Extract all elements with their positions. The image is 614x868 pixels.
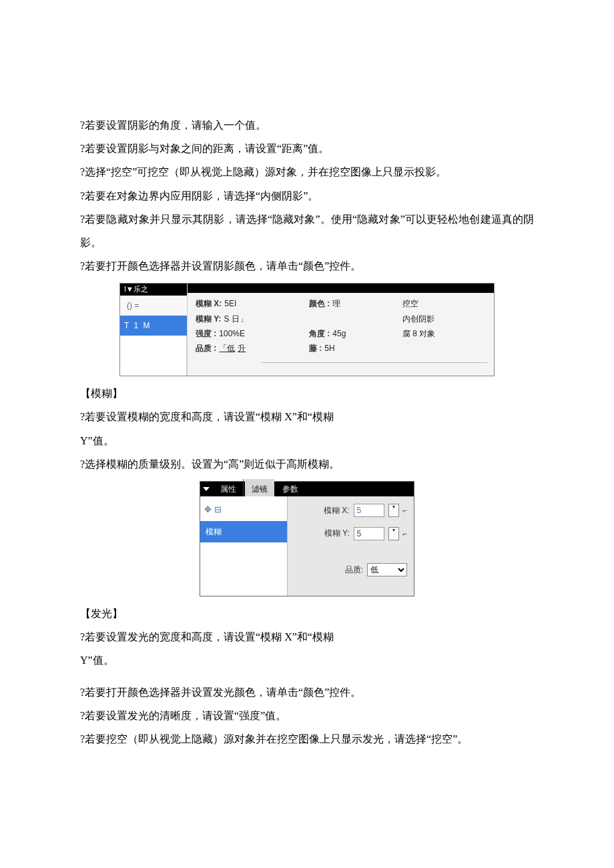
shadow-filter-panel: I▼乐之 () = T 1 M 模糊 X: 5EI (119, 283, 495, 376)
panel-tabs: 属性 滤镜 参数 (200, 482, 414, 496)
quality-field-shadow[interactable]: 品质 : 「低 升 (196, 342, 289, 355)
para-color-picker: ?若要打开颜色选择器并设置阴影颜色，请单击“颜色”控件。 (80, 254, 534, 278)
hide-object-checkbox-label[interactable]: 腐 8 对象 (402, 327, 463, 340)
blur-y-stepper[interactable]: ▾ (388, 527, 399, 540)
collapse-triangle-icon[interactable] (203, 487, 210, 491)
para-glow-strength: ?若要设置发光的清晰度，请设置“强度”值。 (80, 704, 534, 727)
filter-list-item-blur[interactable]: 模糊 (200, 521, 287, 542)
color-field[interactable]: 颜色 : 理 (309, 297, 382, 310)
blur-x-stepper[interactable]: ▾ (388, 504, 399, 517)
para-distance: ?若要设置阴影与对象之间的距离，请设置“距离”值。 (80, 137, 534, 160)
blur-y-input[interactable] (354, 527, 384, 540)
link-xy-icon[interactable]: ⌐ (403, 502, 407, 518)
angle-field[interactable]: 角度 : 45g (309, 327, 382, 340)
shadow-panel-selected[interactable]: T 1 M (120, 316, 187, 336)
blur-x-input-row: 模糊 X: ▾ ⌐ (294, 502, 407, 519)
quality-label: 品质: (345, 561, 363, 578)
quality-row: 品质: 低 (294, 561, 407, 578)
blur-x-label: 模糊 X: (324, 502, 350, 519)
para-hide-object: ?若要隐藏对象并只显示其阴影，请选择“隐藏对象”。使用“隐藏对象”可以更轻松地创… (80, 207, 534, 254)
para-glow-color: ?若要打开颜色选择器并设置发光颜色，请单击“颜色”控件。 (80, 681, 534, 704)
add-remove-filter-icon[interactable]: ✥ ⊟ (200, 499, 287, 521)
shadow-panel-header: I▼乐之 (120, 284, 187, 295)
blur-x-input[interactable] (354, 504, 384, 517)
para-blur-xy-cont: Y”值。 (80, 429, 534, 452)
shadow-panel-sidebar: I▼乐之 () = T 1 M (120, 284, 188, 376)
para-blur-quality: ?选择模糊的质量级别。设置为“高”则近似于高斯模糊。 (80, 452, 534, 476)
distance-field[interactable]: 藤 : 5H (309, 342, 382, 355)
inner-shadow-checkbox-label[interactable]: 内创阴影 (402, 312, 463, 326)
para-glow-xy-cont: Y”值。 (80, 648, 534, 672)
heading-blur: 【模糊】 (80, 382, 534, 405)
strength-field[interactable]: 强度 : 100%E (196, 327, 289, 340)
link-xy-icon-bottom[interactable]: ⌐ (403, 526, 407, 542)
blur-y-input-row: 模糊 Y: ▾ ⌐ (294, 524, 407, 542)
para-inner-shadow: ?若要在对象边界内应用阴影，请选择“内侧阴影”。 (80, 184, 534, 207)
blur-x-field[interactable]: 模糊 X: 5EI (196, 297, 289, 310)
filter-list: ✥ ⊟ 模糊 (200, 496, 288, 596)
blur-y-label: 模糊 Y: (324, 524, 350, 542)
para-angle: ?若要设置阴影的角度，请输入一个值。 (80, 113, 534, 137)
heading-glow: 【发光】 (80, 602, 534, 625)
para-blur-xy: ?若要设置模糊的宽度和高度，请设置“模糊 X”和“模糊 (80, 405, 534, 428)
blur-filter-panel: 属性 滤镜 参数 ✥ ⊟ 模糊 模糊 X: ▾ ⌐ (200, 481, 414, 596)
shadow-panel-topbar (188, 284, 494, 293)
shadow-panel-sub: () = (120, 296, 187, 316)
quality-select[interactable]: 低 (367, 563, 407, 576)
para-glow-xy: ?若要设置发光的宽度和高度，请设置“模糊 X”和“模糊 (80, 625, 534, 648)
para-knockout: ?选择“挖空”可挖空（即从视觉上隐藏）源对象，并在挖空图像上只显示投影。 (80, 160, 534, 183)
para-glow-knockout: ?若要挖空（即从视觉上隐藏）源对象并在挖空图像上只显示发光，请选择“挖空”。 (80, 727, 534, 751)
blur-y-field[interactable]: 模糊 Y: S 日」 (196, 312, 289, 326)
knockout-checkbox-label[interactable]: 挖空 (402, 297, 463, 310)
